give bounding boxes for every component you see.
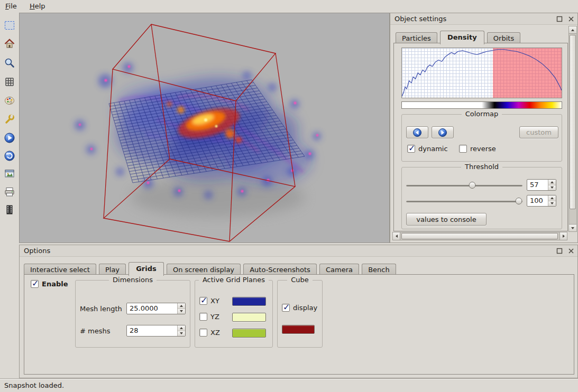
scroll-up-button[interactable]	[568, 26, 577, 34]
back-arrow-icon	[412, 128, 422, 137]
object-settings-dock: Object settings Particles Density Orbits…	[390, 13, 578, 243]
dynamic-checkbox-box[interactable]	[407, 145, 415, 153]
float-dock-button[interactable]	[555, 247, 563, 255]
spin-up-button[interactable]	[178, 303, 185, 309]
threshold-group-title: Threshold	[461, 163, 502, 171]
grid-button[interactable]	[3, 75, 16, 89]
snapshot-icon	[3, 167, 16, 180]
threshold-min-spinbox[interactable]: 57	[527, 179, 556, 191]
xy-plane-color-swatch[interactable]	[232, 297, 266, 306]
threshold-max-slider[interactable]	[406, 197, 522, 206]
close-dock-button[interactable]	[567, 247, 575, 255]
spin-down-button[interactable]	[178, 309, 185, 314]
tools-button[interactable]	[3, 112, 16, 126]
dynamic-checkbox[interactable]: dynamic	[407, 145, 448, 153]
num-meshs-label: # meshs	[80, 327, 110, 335]
cube-color-swatch[interactable]	[282, 325, 315, 334]
histogram-curve	[402, 50, 562, 96]
spin-up-button[interactable]	[548, 195, 556, 201]
threshold-max-slider-handle[interactable]	[516, 198, 522, 204]
play-button[interactable]	[3, 131, 16, 145]
threshold-max-spinbox[interactable]: 100	[527, 195, 556, 207]
viewport-3d[interactable]	[19, 13, 390, 243]
float-icon	[556, 248, 563, 254]
threshold-min-slider[interactable]	[406, 181, 522, 190]
replay-button[interactable]	[3, 149, 16, 163]
xy-plane-checkbox-box[interactable]	[199, 297, 207, 305]
reverse-checkbox[interactable]: reverse	[459, 145, 496, 153]
density-tab-pane: Colormap custom dynamic reverse Threshol…	[393, 43, 568, 231]
colormap-next-button[interactable]	[432, 126, 454, 138]
spin-down-button[interactable]	[178, 331, 185, 337]
spin-up-button[interactable]	[178, 325, 185, 331]
yz-plane-color-swatch[interactable]	[232, 313, 266, 322]
xz-plane-checkbox-box[interactable]	[199, 329, 207, 337]
spin-down-button[interactable]	[548, 201, 556, 207]
scroll-left-button[interactable]	[392, 232, 400, 240]
xy-plane-checkbox[interactable]: XY	[199, 297, 219, 305]
num-meshs-spinbox[interactable]: 28	[126, 325, 186, 337]
snapshot-button[interactable]	[3, 167, 16, 181]
close-icon	[568, 248, 574, 254]
palette-button[interactable]	[3, 94, 16, 107]
reverse-checkbox-box[interactable]	[459, 145, 467, 153]
cube-display-label: display	[293, 304, 317, 312]
home-icon	[3, 38, 16, 50]
yz-plane-checkbox-box[interactable]	[199, 313, 207, 321]
close-dock-button[interactable]	[567, 15, 575, 23]
vertical-scrollbar[interactable]	[568, 26, 577, 232]
mesh-length-label: Mesh length	[80, 305, 122, 313]
yz-plane-label: YZ	[210, 313, 219, 321]
colormap-bar[interactable]	[401, 101, 562, 109]
colormap-group: Colormap custom dynamic reverse	[401, 114, 562, 162]
enable-checkbox[interactable]: Enable	[31, 280, 68, 288]
threshold-min-value: 57	[530, 181, 539, 189]
xz-plane-color-swatch[interactable]	[232, 329, 266, 338]
values-to-console-button[interactable]: values to console	[406, 213, 487, 226]
xz-plane-checkbox[interactable]: XZ	[199, 329, 220, 337]
select-region-button[interactable]	[3, 18, 16, 32]
colormap-prev-button[interactable]	[406, 126, 428, 138]
tab-density[interactable]: Density	[440, 31, 484, 44]
cube-display-checkbox[interactable]: display	[282, 304, 317, 312]
play-icon	[3, 132, 16, 144]
tab-grids[interactable]: Grids	[129, 262, 164, 276]
palette-icon	[3, 94, 16, 107]
menu-file[interactable]: File	[0, 0, 22, 12]
spin-up-button[interactable]	[548, 180, 556, 185]
threshold-max-value: 100	[530, 197, 543, 204]
cube-display-checkbox-box[interactable]	[282, 304, 290, 312]
status-bar: Snapshot loaded.	[0, 378, 578, 392]
grid-icon	[3, 76, 16, 88]
horizontal-scroll-thumb[interactable]	[401, 233, 558, 239]
options-title: Options	[24, 247, 50, 255]
menu-bar: File Help	[0, 0, 578, 13]
dimensions-group: Dimensions Mesh length 25.0000 # meshs 2…	[75, 280, 190, 348]
options-titlebar[interactable]: Options	[20, 245, 577, 257]
threshold-group: Threshold 57 100	[401, 167, 562, 229]
vertical-scroll-thumb[interactable]	[570, 35, 576, 209]
home-button[interactable]	[3, 37, 16, 51]
custom-colormap-button[interactable]: custom	[519, 126, 558, 138]
zoom-button[interactable]	[3, 56, 16, 70]
object-settings-titlebar[interactable]: Object settings	[390, 13, 577, 25]
scroll-down-button[interactable]	[568, 224, 577, 232]
menu-help[interactable]: Help	[24, 0, 51, 12]
mesh-length-spinbox[interactable]: 25.0000	[126, 303, 186, 314]
printer-icon	[3, 185, 16, 198]
horizontal-scrollbar[interactable]	[392, 232, 567, 240]
movie-button[interactable]	[3, 203, 16, 217]
threshold-min-slider-handle[interactable]	[469, 182, 476, 189]
float-dock-button[interactable]	[555, 15, 563, 23]
print-button[interactable]	[3, 185, 16, 199]
num-meshs-value: 28	[130, 326, 139, 334]
close-icon	[568, 16, 574, 22]
xy-plane-label: XY	[210, 297, 219, 305]
enable-checkbox-box[interactable]	[31, 280, 39, 288]
yz-plane-checkbox[interactable]: YZ	[199, 313, 219, 321]
magnifier-icon	[3, 57, 16, 69]
density-histogram[interactable]	[401, 48, 562, 98]
spin-down-button[interactable]	[548, 185, 556, 191]
reverse-checkbox-label: reverse	[470, 145, 496, 153]
scroll-right-button[interactable]	[559, 232, 567, 240]
